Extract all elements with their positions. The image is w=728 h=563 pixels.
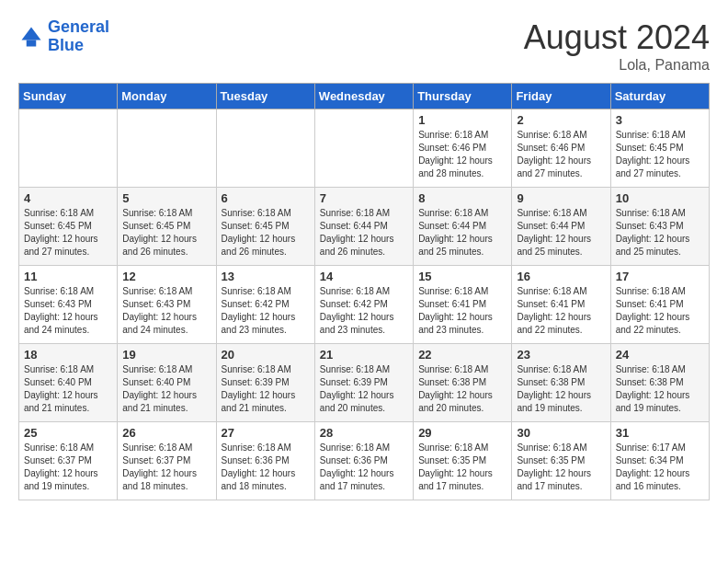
day-number: 30 — [517, 426, 605, 440]
calendar-header-day: Friday — [512, 84, 610, 109]
title-block: August 2024 Lola, Panama — [524, 18, 710, 74]
calendar-day-cell: 21Sunrise: 6:18 AM Sunset: 6:39 PM Dayli… — [314, 344, 413, 422]
day-number: 22 — [418, 348, 506, 362]
calendar-header-day: Wednesday — [314, 84, 413, 109]
calendar-day-cell: 16Sunrise: 6:18 AM Sunset: 6:41 PM Dayli… — [512, 266, 610, 344]
calendar-day-cell: 9Sunrise: 6:18 AM Sunset: 6:44 PM Daylig… — [512, 188, 610, 266]
day-number: 13 — [222, 270, 310, 283]
day-info: Sunrise: 6:18 AM Sunset: 6:45 PM Dayligh… — [24, 207, 112, 259]
day-number: 2 — [517, 113, 605, 127]
calendar-day-cell: 13Sunrise: 6:18 AM Sunset: 6:42 PM Dayli… — [216, 266, 314, 344]
calendar-day-cell — [314, 109, 413, 188]
day-info: Sunrise: 6:18 AM Sunset: 6:39 PM Dayligh… — [320, 363, 408, 415]
day-number: 7 — [320, 191, 408, 205]
day-info: Sunrise: 6:18 AM Sunset: 6:40 PM Dayligh… — [122, 363, 210, 415]
calendar-week-row: 18Sunrise: 6:18 AM Sunset: 6:40 PM Dayli… — [19, 344, 710, 422]
calendar-day-cell: 10Sunrise: 6:18 AM Sunset: 6:43 PM Dayli… — [610, 188, 709, 266]
calendar-day-cell: 5Sunrise: 6:18 AM Sunset: 6:45 PM Daylig… — [118, 188, 216, 266]
day-number: 5 — [122, 191, 210, 205]
day-info: Sunrise: 6:18 AM Sunset: 6:35 PM Dayligh… — [517, 442, 605, 493]
calendar-header-day: Saturday — [610, 84, 709, 109]
calendar-day-cell: 22Sunrise: 6:18 AM Sunset: 6:38 PM Dayli… — [414, 344, 512, 422]
logo-text: General Blue — [48, 18, 109, 55]
day-info: Sunrise: 6:18 AM Sunset: 6:42 PM Dayligh… — [320, 285, 408, 337]
day-number: 14 — [320, 270, 408, 283]
calendar-day-cell: 15Sunrise: 6:18 AM Sunset: 6:41 PM Dayli… — [414, 266, 512, 344]
day-number: 20 — [222, 348, 310, 362]
logo: General Blue — [18, 18, 109, 55]
calendar-day-cell — [216, 109, 314, 188]
day-number: 9 — [517, 191, 605, 205]
day-number: 8 — [418, 191, 506, 205]
day-info: Sunrise: 6:18 AM Sunset: 6:38 PM Dayligh… — [616, 363, 704, 415]
logo-icon — [18, 24, 44, 50]
day-info: Sunrise: 6:18 AM Sunset: 6:43 PM Dayligh… — [616, 207, 704, 259]
calendar-day-cell: 24Sunrise: 6:18 AM Sunset: 6:38 PM Dayli… — [610, 344, 709, 422]
day-number: 24 — [616, 348, 704, 362]
day-number: 1 — [418, 113, 506, 127]
day-info: Sunrise: 6:18 AM Sunset: 6:40 PM Dayligh… — [24, 363, 112, 415]
day-number: 23 — [517, 348, 605, 362]
day-number: 3 — [616, 113, 704, 127]
calendar-day-cell: 18Sunrise: 6:18 AM Sunset: 6:40 PM Dayli… — [19, 344, 118, 422]
calendar-header-day: Thursday — [414, 84, 512, 109]
calendar-week-row: 4Sunrise: 6:18 AM Sunset: 6:45 PM Daylig… — [19, 188, 710, 266]
calendar-day-cell: 1Sunrise: 6:18 AM Sunset: 6:46 PM Daylig… — [414, 109, 512, 188]
calendar-week-row: 11Sunrise: 6:18 AM Sunset: 6:43 PM Dayli… — [19, 266, 710, 344]
day-info: Sunrise: 6:18 AM Sunset: 6:41 PM Dayligh… — [418, 285, 506, 337]
calendar-header-day: Tuesday — [216, 84, 314, 109]
calendar-day-cell: 7Sunrise: 6:18 AM Sunset: 6:44 PM Daylig… — [314, 188, 413, 266]
day-info: Sunrise: 6:17 AM Sunset: 6:34 PM Dayligh… — [616, 442, 704, 493]
month-title: August 2024 — [524, 18, 710, 57]
day-info: Sunrise: 6:18 AM Sunset: 6:37 PM Dayligh… — [24, 442, 112, 493]
day-number: 16 — [517, 270, 605, 283]
day-number: 19 — [122, 348, 210, 362]
day-info: Sunrise: 6:18 AM Sunset: 6:37 PM Dayligh… — [122, 442, 210, 493]
calendar-week-row: 25Sunrise: 6:18 AM Sunset: 6:37 PM Dayli… — [19, 422, 710, 500]
calendar-header-day: Monday — [118, 84, 216, 109]
day-info: Sunrise: 6:18 AM Sunset: 6:45 PM Dayligh… — [222, 207, 310, 259]
day-info: Sunrise: 6:18 AM Sunset: 6:44 PM Dayligh… — [418, 207, 506, 259]
calendar-day-cell — [19, 109, 118, 188]
calendar-table: SundayMondayTuesdayWednesdayThursdayFrid… — [18, 83, 710, 500]
calendar-day-cell: 3Sunrise: 6:18 AM Sunset: 6:45 PM Daylig… — [610, 109, 709, 188]
day-info: Sunrise: 6:18 AM Sunset: 6:39 PM Dayligh… — [222, 363, 310, 415]
day-info: Sunrise: 6:18 AM Sunset: 6:42 PM Dayligh… — [222, 285, 310, 337]
calendar-header-row: SundayMondayTuesdayWednesdayThursdayFrid… — [19, 84, 710, 109]
calendar-day-cell: 26Sunrise: 6:18 AM Sunset: 6:37 PM Dayli… — [118, 422, 216, 500]
day-info: Sunrise: 6:18 AM Sunset: 6:38 PM Dayligh… — [418, 363, 506, 415]
calendar-day-cell: 2Sunrise: 6:18 AM Sunset: 6:46 PM Daylig… — [512, 109, 610, 188]
calendar-week-row: 1Sunrise: 6:18 AM Sunset: 6:46 PM Daylig… — [19, 109, 710, 188]
calendar-day-cell — [118, 109, 216, 188]
day-number: 18 — [24, 348, 112, 362]
day-info: Sunrise: 6:18 AM Sunset: 6:35 PM Dayligh… — [418, 442, 506, 493]
day-number: 6 — [222, 191, 310, 205]
day-info: Sunrise: 6:18 AM Sunset: 6:44 PM Dayligh… — [517, 207, 605, 259]
calendar-day-cell: 12Sunrise: 6:18 AM Sunset: 6:43 PM Dayli… — [118, 266, 216, 344]
day-info: Sunrise: 6:18 AM Sunset: 6:36 PM Dayligh… — [222, 442, 310, 493]
day-number: 31 — [616, 426, 704, 440]
calendar-day-cell: 27Sunrise: 6:18 AM Sunset: 6:36 PM Dayli… — [216, 422, 314, 500]
page-header: General Blue August 2024 Lola, Panama — [18, 18, 710, 74]
day-info: Sunrise: 6:18 AM Sunset: 6:38 PM Dayligh… — [517, 363, 605, 415]
day-info: Sunrise: 6:18 AM Sunset: 6:36 PM Dayligh… — [320, 442, 408, 493]
calendar-day-cell: 23Sunrise: 6:18 AM Sunset: 6:38 PM Dayli… — [512, 344, 610, 422]
day-number: 27 — [222, 426, 310, 440]
day-info: Sunrise: 6:18 AM Sunset: 6:44 PM Dayligh… — [320, 207, 408, 259]
day-number: 21 — [320, 348, 408, 362]
calendar-day-cell: 17Sunrise: 6:18 AM Sunset: 6:41 PM Dayli… — [610, 266, 709, 344]
calendar-header-day: Sunday — [19, 84, 118, 109]
calendar-day-cell: 6Sunrise: 6:18 AM Sunset: 6:45 PM Daylig… — [216, 188, 314, 266]
calendar-day-cell: 19Sunrise: 6:18 AM Sunset: 6:40 PM Dayli… — [118, 344, 216, 422]
day-number: 15 — [418, 270, 506, 283]
day-info: Sunrise: 6:18 AM Sunset: 6:41 PM Dayligh… — [616, 285, 704, 337]
day-number: 25 — [24, 426, 112, 440]
calendar-day-cell: 14Sunrise: 6:18 AM Sunset: 6:42 PM Dayli… — [314, 266, 413, 344]
location: Lola, Panama — [524, 57, 710, 74]
calendar-day-cell: 4Sunrise: 6:18 AM Sunset: 6:45 PM Daylig… — [19, 188, 118, 266]
day-number: 28 — [320, 426, 408, 440]
day-info: Sunrise: 6:18 AM Sunset: 6:46 PM Dayligh… — [517, 129, 605, 180]
day-number: 10 — [616, 191, 704, 205]
day-number: 17 — [616, 270, 704, 283]
day-info: Sunrise: 6:18 AM Sunset: 6:43 PM Dayligh… — [24, 285, 112, 337]
